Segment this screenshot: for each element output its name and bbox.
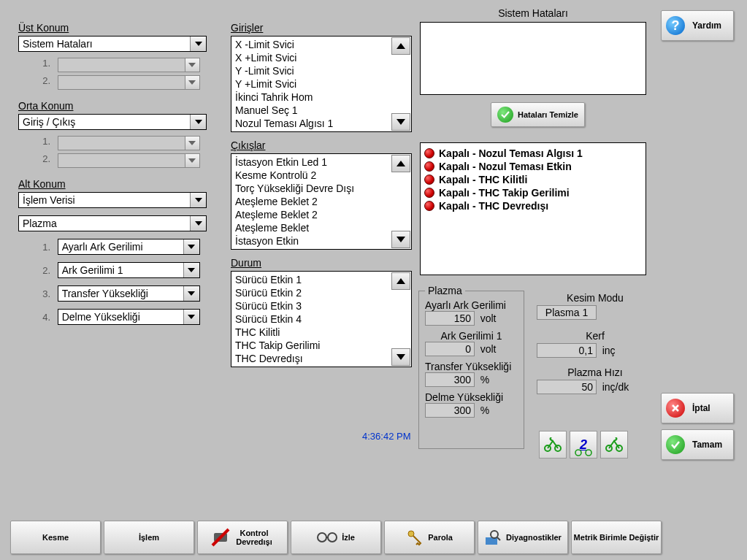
ok-label: Tamam [692,440,722,450]
magnify-book-icon [484,529,502,546]
orta-konum-title: Orta Konum [18,100,215,112]
orta-konum-value: Giriş / Çıkış [19,115,190,129]
alt-num-4: 4. [40,312,50,323]
alt-konum-value2: Plazma [19,216,190,231]
scroll-down-icon[interactable] [391,348,410,366]
scroll-up-icon[interactable] [391,272,410,290]
kesim-modu-input[interactable]: Plasma 1 [537,305,597,320]
help-button[interactable]: ? Yardım [661,10,734,41]
errors-textarea[interactable] [420,22,646,95]
status-item: Kapalı - THC Devredışı [424,200,642,212]
ust-konum-combo[interactable]: Sistem Hataları [18,36,207,52]
ark-gerilimi-input[interactable]: 0 [425,342,475,356]
alt-num-2: 2. [40,265,50,276]
unit-percent: % [480,374,489,386]
clear-errors-button[interactable]: Hataları Temizle [491,102,585,127]
list-item: Kesme Kontrolü 2 [235,169,407,182]
unit-inc: inç [602,345,616,356]
chevron-down-icon [183,286,199,301]
plazma-hizi-input[interactable]: 50 [537,380,597,394]
plazma-legend: Plazma [425,285,465,296]
chevron-down-icon [185,137,199,150]
unit-percent: % [480,404,489,416]
svg-point-3 [586,450,591,456]
list-item: İstasyon Etkin Led 1 [235,156,407,169]
ayarli-ark-input[interactable]: 150 [425,311,475,326]
orta-sub-1[interactable] [58,136,200,150]
num-1: 1. [40,58,50,69]
chevron-down-icon [190,37,206,51]
islem-button[interactable]: İşlem [104,521,194,554]
list-item: Y -Limit Svici [235,64,407,77]
list-item: THC Takip Gerilimi [235,339,407,352]
transfer-yuk-input[interactable]: 300 [425,372,475,387]
binoculars-icon [317,532,337,543]
orta-sub-2[interactable] [58,153,200,168]
ok-button[interactable]: Tamam [661,429,734,460]
orta-konum-combo[interactable]: Giriş / Çıkış [18,114,207,130]
delme-yuk-input[interactable]: 300 [425,403,475,418]
ayarli-ark-label: Ayarlı Ark Gerilimi [425,299,518,311]
izle-button[interactable]: İzle [291,521,381,554]
parola-label: Parola [428,533,453,542]
timestamp: 4:36:42 PM [362,431,411,442]
status-text: Kapalı - THC Kilitli [439,174,527,185]
list-item: Sürücü Etkin 1 [235,273,407,286]
chevron-down-icon [183,263,199,277]
kesme-label: Kesme [42,533,69,542]
kontrol-devredisi-button[interactable]: Kontrol Devredışı [197,521,288,554]
list-item: Sürücü Etkin 4 [235,312,407,326]
alt-sub-2[interactable]: Ark Gerilimi 1 [58,262,200,278]
kesim-modu-label: Kesim Modu [537,292,654,304]
svg-point-8 [328,533,337,542]
bike-arrow-right-icon [605,437,624,452]
islem-label: İşlem [139,533,159,542]
red-dot-icon [424,161,434,172]
alt-sub-3[interactable]: Transfer Yüksekliği [58,285,200,302]
cancel-button[interactable]: İptal [661,393,734,423]
red-dot-icon [424,201,434,211]
list-item: İstasyon Etkin [235,234,407,248]
durum-listbox[interactable]: Sürücü Etkin 1 Sürücü Etkin 2 Sürücü Etk… [231,271,412,367]
metrik-button[interactable]: Metrik Birimle Değiştir [571,521,662,554]
alt-konum-combo-2[interactable]: Plazma [18,215,207,231]
alt-sub-4[interactable]: Delme Yüksekliği [58,309,200,325]
diagnostikler-button[interactable]: Diyagnostikler [478,521,568,554]
jog-left-button[interactable] [539,431,567,459]
kerf-input[interactable]: 0,1 [537,343,597,358]
check-icon [497,107,513,123]
alt-sub-4-text: Delme Yüksekliği [58,310,183,324]
scroll-down-icon[interactable] [391,231,410,248]
ust-konum-title: Üst Konum [18,22,215,34]
chevron-down-icon [190,193,206,207]
girisler-title: Girişler [231,22,413,34]
sistem-hatalari-title: Sistem Hataları [420,7,646,19]
kontrol-label: Kontrol Devredışı [234,529,274,546]
status-item: Kapalı - THC Kilitli [424,174,642,185]
status-item: Kapalı - Nozul Teması Algısı 1 [424,147,642,159]
girisler-listbox[interactable]: X -Limit Svici X +Limit Svici Y -Limit S… [231,36,412,132]
scroll-up-icon[interactable] [391,155,410,172]
jog-count-button[interactable]: 2 [570,431,597,459]
scroll-up-icon[interactable] [391,37,410,55]
alt-konum-combo-1[interactable]: İşlem Verisi [18,192,207,208]
red-dot-icon [424,174,434,185]
status-item: Kapalı - Nozul Teması Etkin [424,161,642,172]
kesme-button[interactable]: Kesme [10,521,101,554]
izle-label: İzle [342,533,355,542]
svg-point-2 [575,450,581,456]
alt-sub-1[interactable]: Ayarlı Ark Gerilimi [58,239,200,255]
ust-sub-2[interactable] [58,75,200,90]
parola-button[interactable]: Parola [384,521,475,554]
list-item: Sürücü Etkin 3 [235,299,407,312]
status-list: Kapalı - Nozul Teması Algısı 1 Kapalı - … [420,142,646,275]
cikislar-listbox[interactable]: İstasyon Etkin Led 1 Kesme Kontrolü 2 To… [231,153,412,250]
scroll-down-icon[interactable] [391,113,410,131]
kerf-label: Kerf [537,330,654,342]
list-item: Sürücü Etkin 2 [235,286,407,299]
jog-right-button[interactable] [600,431,628,459]
bike-arrow-left-icon [543,437,562,452]
chevron-down-icon [185,58,199,72]
clear-errors-label: Hataları Temizle [518,110,578,119]
ust-sub-1[interactable] [58,58,200,72]
